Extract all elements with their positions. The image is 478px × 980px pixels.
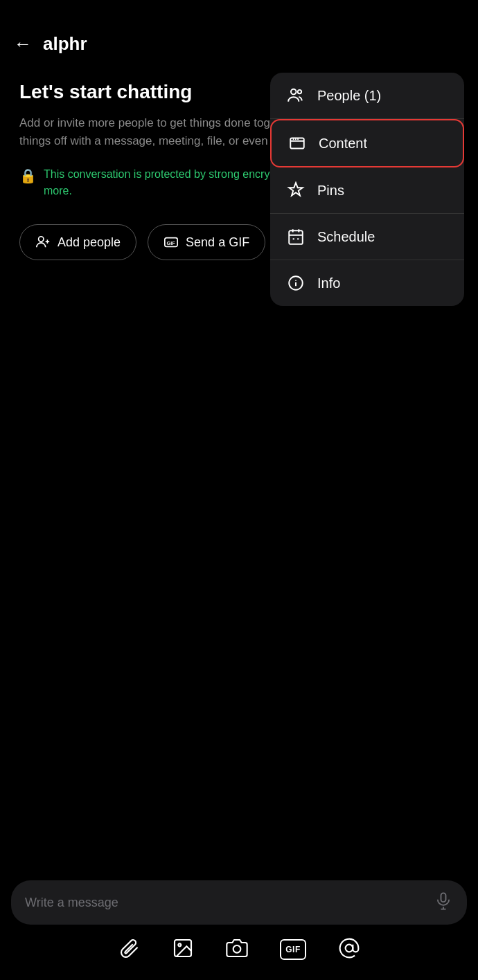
send-gif-label: Send a GIF (186, 235, 249, 250)
svg-point-7 (297, 138, 299, 140)
back-button[interactable]: ← (14, 33, 32, 55)
bottom-toolbar: GIF (0, 929, 478, 973)
camera-icon[interactable] (226, 937, 248, 962)
svg-text:GIF: GIF (167, 240, 176, 246)
svg-point-13 (233, 945, 241, 953)
menu-item-content-label: Content (319, 136, 367, 152)
message-input-container: Write a message (11, 880, 467, 925)
svg-point-0 (39, 237, 44, 242)
menu-item-pins[interactable]: Pins (270, 167, 464, 214)
content-icon (288, 134, 306, 152)
people-icon (287, 87, 305, 105)
menu-item-people[interactable]: People (1) (270, 73, 464, 119)
add-people-button[interactable]: Add people (19, 224, 136, 260)
dropdown-menu: People (1) Content Pins (270, 73, 464, 306)
menu-item-schedule-label: Schedule (317, 229, 375, 245)
svg-point-3 (291, 89, 296, 95)
gif-icon: GIF (163, 235, 179, 250)
svg-point-5 (293, 138, 294, 140)
menu-item-schedule[interactable]: Schedule (270, 214, 464, 260)
menu-item-info-label: Info (317, 275, 340, 291)
svg-point-6 (295, 138, 296, 140)
mic-icon[interactable] (434, 891, 453, 914)
main-content: Let's start chatting Add or invite more … (0, 66, 478, 260)
header-title: alphr (43, 33, 87, 55)
svg-point-14 (346, 945, 353, 952)
menu-item-info[interactable]: Info (270, 260, 464, 306)
gif-box: GIF (280, 939, 306, 960)
svg-rect-8 (289, 230, 303, 244)
header: ← alphr (0, 0, 478, 66)
menu-item-pins-label: Pins (317, 183, 344, 199)
send-gif-button[interactable]: GIF Send a GIF (148, 224, 265, 260)
pins-icon (287, 181, 305, 199)
gif-toolbar-icon[interactable]: GIF (280, 939, 306, 960)
svg-rect-10 (441, 893, 446, 902)
add-people-label: Add people (57, 235, 121, 250)
image-icon[interactable] (172, 937, 194, 962)
lock-icon: 🔒 (19, 167, 37, 184)
add-people-icon (35, 235, 51, 250)
menu-item-content[interactable]: Content (270, 119, 464, 167)
menu-item-people-label: People (1) (317, 88, 381, 104)
svg-point-12 (178, 943, 181, 946)
mention-icon[interactable] (338, 937, 360, 962)
message-input-area: Write a message (0, 880, 478, 925)
message-placeholder[interactable]: Write a message (25, 896, 425, 910)
attachment-icon[interactable] (118, 937, 140, 962)
svg-point-4 (298, 90, 301, 93)
info-icon (287, 274, 305, 292)
schedule-icon (287, 228, 305, 246)
